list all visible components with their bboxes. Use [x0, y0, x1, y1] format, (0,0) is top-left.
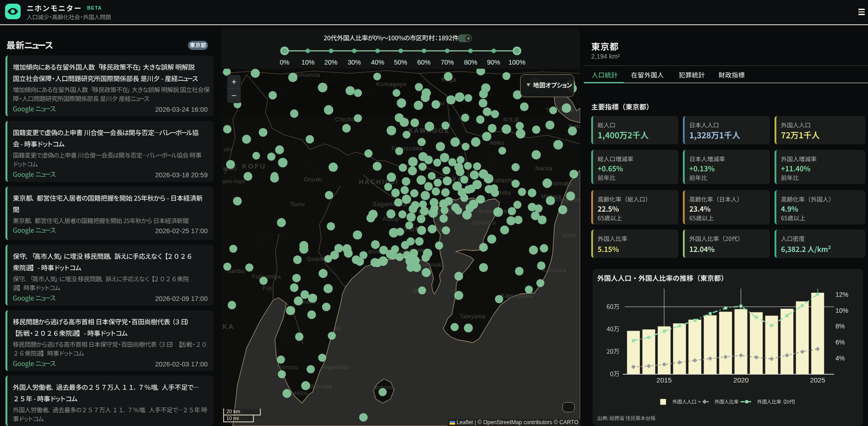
svg-text:Kisarazu: Kisarazu [472, 219, 496, 226]
svg-text:KA: KA [222, 322, 235, 330]
svg-text:10%: 10% [835, 307, 848, 314]
svg-text:Higashiizu: Higashiizu [322, 364, 350, 371]
svg-text:amiizu: amiizu [290, 390, 308, 396]
svg-text:8%: 8% [835, 322, 845, 330]
svg-text:M: M [413, 288, 418, 295]
svg-text:2015: 2015 [656, 376, 671, 384]
svg-text:KOFU: KOFU [242, 162, 266, 170]
svg-text:2020: 2020 [733, 376, 748, 384]
svg-text:Ito: Ito [335, 325, 341, 331]
svg-text:Fuji: Fuji [263, 285, 272, 291]
svg-text:uto: uto [224, 146, 232, 153]
svg-text:Katsuura: Katsuura [542, 267, 566, 273]
svg-text:Isumi: Isumi [561, 232, 576, 239]
svg-text:2025: 2025 [810, 376, 825, 384]
svg-text:4%: 4% [835, 355, 845, 362]
svg-text:Tateyama: Tateyama [460, 313, 485, 320]
svg-text:Nishiizu: Nishiizu [277, 364, 298, 371]
svg-text:ami-Alps: ami-Alps [222, 178, 246, 185]
svg-text:Abiko: Abiko [489, 140, 505, 146]
svg-text:6%: 6% [835, 339, 845, 346]
svg-text:Kumagaya: Kumagaya [376, 81, 407, 87]
svg-text:Yokosuka: Yokosuka [419, 262, 445, 268]
svg-text:Narita: Narita [535, 165, 553, 172]
svg-text:Shimoda: Shimoda [308, 383, 332, 390]
svg-text:Tsuru: Tsuru [290, 201, 305, 208]
svg-text:12%: 12% [835, 291, 848, 298]
svg-text:Otsuki: Otsuki [304, 176, 322, 183]
